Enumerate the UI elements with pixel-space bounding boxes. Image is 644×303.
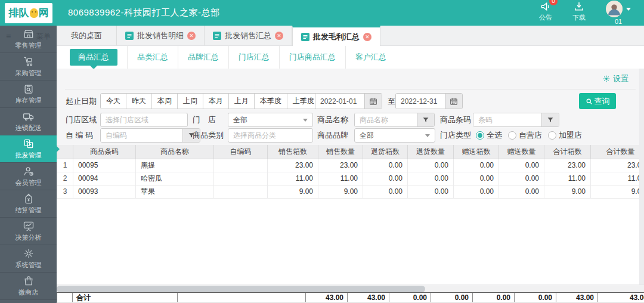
query-button[interactable]: 查询 <box>579 93 616 109</box>
subtab-2[interactable]: 品牌汇总 <box>178 46 229 69</box>
tabbar: 我的桌面批发销售明细✕批发销售汇总✕批发毛利汇总✕ <box>57 26 644 46</box>
sidebar-item-6[interactable]: 结算管理 <box>0 190 57 218</box>
date-preset-1[interactable]: 昨天 <box>126 94 151 109</box>
total-cell-5: 0.00 <box>389 293 431 302</box>
tab-label: 批发销售汇总 <box>225 30 271 41</box>
sidebar-item-0[interactable]: 零售管理 <box>0 26 57 53</box>
table-wrap: 商品条码商品名称自编码销售箱数销售数量退货箱数退货数量赠送箱数赠送数量合计箱数合… <box>57 145 639 199</box>
brand-select[interactable]: 全部 <box>354 128 435 143</box>
filter-funnel-icon[interactable] <box>417 113 434 126</box>
close-icon[interactable]: ✕ <box>187 32 196 40</box>
subtab-3[interactable]: 门店汇总 <box>229 46 280 69</box>
cell: 0.00 <box>363 159 408 172</box>
store-area-input[interactable] <box>100 113 188 127</box>
cell: 11.00 <box>591 172 640 185</box>
store-type-radio-2[interactable]: 加盟店 <box>548 130 582 141</box>
cell: 0.00 <box>499 172 544 185</box>
column-header-7: 退货数量 <box>408 145 454 159</box>
logo[interactable]: 排队 网 <box>5 3 52 23</box>
cell: 0.00 <box>408 159 454 172</box>
tab-0[interactable]: 我的桌面 <box>57 26 117 45</box>
sidebar-item-2[interactable]: 库存管理 <box>0 81 57 108</box>
analysis-icon <box>23 220 35 232</box>
subtab-5[interactable]: 客户汇总 <box>346 46 396 69</box>
subtab-0[interactable]: 商品汇总 <box>60 46 128 69</box>
date-preset-2[interactable]: 本周 <box>151 94 177 109</box>
user-menu[interactable]: 01 <box>606 1 631 25</box>
cell: 11.00 <box>318 172 363 185</box>
sidebar-item-label: 连锁配送 <box>16 123 42 132</box>
store-type-radio-1[interactable]: 自营店 <box>508 130 542 141</box>
table-header-row: 商品条码商品名称自编码销售箱数销售数量退货箱数退货数量赠送箱数赠送数量合计箱数合… <box>57 145 640 159</box>
sidebar-item-9[interactable]: 微商店 <box>0 273 57 300</box>
close-icon[interactable]: ✕ <box>275 32 283 40</box>
sidebar-item-5[interactable]: 会员管理 <box>0 163 57 190</box>
tab-2[interactable]: 批发销售汇总✕ <box>205 26 292 45</box>
microstore-icon <box>23 275 35 287</box>
cell: 0.00 <box>499 159 544 172</box>
filter-funnel-icon[interactable] <box>541 113 559 126</box>
sidebar-item-label: 批发管理 <box>16 151 42 160</box>
tab-3[interactable]: 批发毛利汇总✕ <box>292 26 380 46</box>
product-name-input[interactable] <box>355 113 417 126</box>
date-preset-0[interactable]: 今天 <box>101 94 126 109</box>
cell: 3 <box>57 185 73 198</box>
date-preset-4[interactable]: 本月 <box>203 94 228 109</box>
date-preset-3[interactable]: 上周 <box>177 94 203 109</box>
sidebar-item-8[interactable]: 系统管理 <box>0 245 57 273</box>
category-input[interactable] <box>228 128 313 143</box>
table-row-2[interactable]: 300093苹果9.009.000.000.000.000.009.009.00 <box>57 185 640 198</box>
announcement-button[interactable]: 0 公告 <box>539 1 552 22</box>
column-header-10: 合计箱数 <box>544 145 591 159</box>
store-type-radio-0[interactable]: 全选 <box>476 130 502 141</box>
date-to-input[interactable] <box>396 94 445 109</box>
cell: 11.00 <box>268 172 318 185</box>
barcode-input[interactable] <box>473 113 541 126</box>
total-row: 合计43.0043.000.000.000.000.0043.0043.00 <box>57 292 644 302</box>
tab-1[interactable]: 批发销售明细✕ <box>117 26 205 45</box>
barcode-group <box>473 113 559 127</box>
download-button[interactable]: 下载 <box>572 1 586 22</box>
user-label: 01 <box>615 18 622 25</box>
sidebar-item-label: 会员管理 <box>16 178 42 187</box>
store-select[interactable]: 全部 <box>228 113 313 127</box>
date-preset-5[interactable]: 上月 <box>228 94 254 109</box>
calendar-icon[interactable] <box>445 94 462 109</box>
logo-text-left: 排队 <box>9 6 29 20</box>
sidebar-item-3[interactable]: 连锁配送 <box>0 108 57 135</box>
sidebar-item-7[interactable]: 决策分析 <box>0 218 57 245</box>
announcement-label: 公告 <box>539 13 552 22</box>
cell: 2 <box>57 172 73 185</box>
horizontal-scrollbar[interactable] <box>57 285 644 292</box>
total-cell-0 <box>57 293 73 302</box>
calendar-icon[interactable] <box>364 94 382 109</box>
settings-button[interactable]: 设置 <box>602 73 628 84</box>
own-code-input[interactable] <box>101 129 182 142</box>
tab-label: 批发销售明细 <box>137 30 184 41</box>
date-preset-6[interactable]: 本季度 <box>254 94 287 109</box>
cell <box>214 159 268 172</box>
table-row-0[interactable]: 100095黑提23.0023.000.000.000.000.0023.002… <box>57 159 640 172</box>
document-icon <box>301 33 309 41</box>
store-title: 8069839962-科技园打工人之家-总部 <box>68 7 219 18</box>
radio-label: 加盟店 <box>559 130 582 141</box>
sidebar-item-4[interactable]: 批发管理 <box>0 135 57 163</box>
filter-row-3: 自 编 码 商品类别 商品品牌 全部 门店类型 全选 自营店 加盟店 <box>57 128 644 143</box>
total-label: 合计 <box>73 293 178 302</box>
subtab-1[interactable]: 品类汇总 <box>128 46 178 69</box>
own-code-label: 自 编 码 <box>66 128 93 143</box>
tab-label: 我的桌面 <box>71 30 102 41</box>
hscroll-thumb[interactable] <box>57 286 425 292</box>
sidebar-item-label: 结算管理 <box>16 206 42 215</box>
filter-row-dates: 起止日期 今天昨天本周上周本月上月本季度上季度今年 至 查询 <box>57 93 644 109</box>
table-row-1[interactable]: 200094哈密瓜11.0011.000.000.000.000.0011.00… <box>57 172 640 185</box>
radio-label: 全选 <box>487 130 502 141</box>
subtab-4[interactable]: 门店商品汇总 <box>280 46 346 69</box>
vertical-scrollbar[interactable] <box>639 69 644 285</box>
radio-label: 自营店 <box>519 130 542 141</box>
sidebar-item-1[interactable]: 采购管理 <box>0 53 57 81</box>
close-icon[interactable]: ✕ <box>363 33 371 41</box>
member-icon <box>23 165 35 177</box>
date-from-input[interactable] <box>315 94 364 109</box>
radio-icon <box>548 131 556 140</box>
